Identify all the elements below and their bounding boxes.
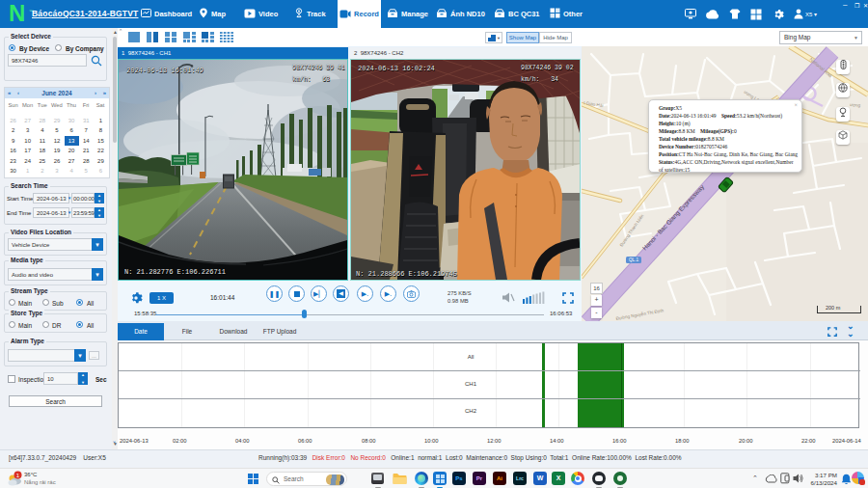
svg-text:ương: ương [850,102,861,108]
svg-text:QL.1: QL.1 [629,258,638,262]
